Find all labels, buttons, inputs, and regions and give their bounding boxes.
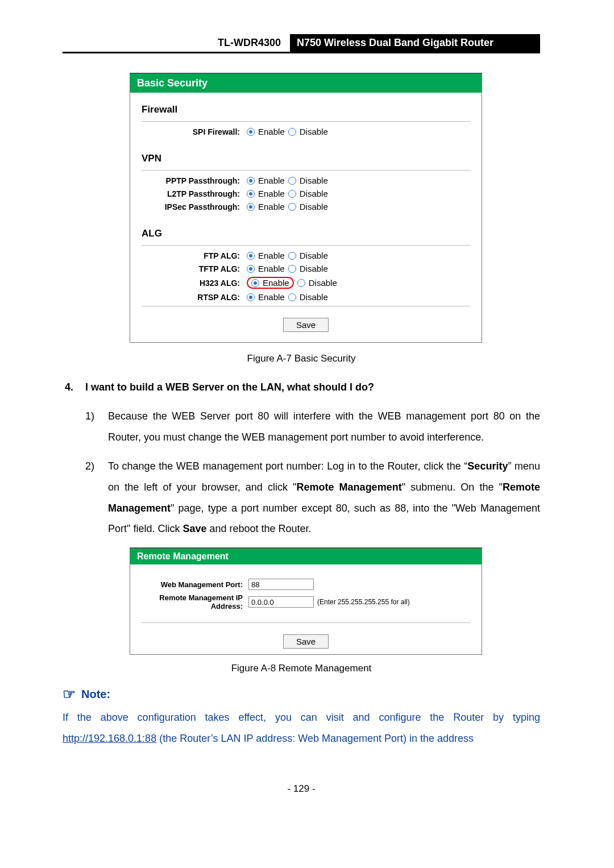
product-header: TL-WDR4300 N750 Wireless Dual Band Gigab…	[63, 34, 540, 53]
radio-icon	[247, 203, 255, 211]
step-number: 1)	[85, 406, 108, 448]
note-heading: ☞ Note:	[63, 687, 540, 701]
remote-ip-input[interactable]	[248, 596, 314, 608]
basic-security-panel: Basic Security Firewall SPI Firewall: En…	[130, 73, 482, 343]
radio-enable[interactable]: Enable	[247, 251, 285, 260]
l2tp-row: L2TP Passthrough: Enable Disable	[130, 187, 482, 200]
radio-icon	[288, 265, 296, 273]
radio-disable[interactable]: Disable	[288, 264, 328, 273]
radio-disable[interactable]: Disable	[288, 202, 328, 211]
ip-hint: (Enter 255.255.255.255 for all)	[317, 598, 410, 606]
radio-enable[interactable]: Enable	[251, 278, 289, 288]
h323-alg-row: H323 ALG: Enable Disable	[130, 275, 482, 290]
ip-address-row: Remote Management IP Address: (Enter 255…	[130, 592, 482, 612]
page-number: - 129 -	[63, 783, 540, 795]
radio-disable[interactable]: Disable	[288, 189, 328, 198]
row-label: Web Management Port:	[130, 580, 248, 589]
spi-firewall-row: SPI Firewall: Enable Disable	[130, 125, 482, 138]
radio-disable[interactable]: Disable	[288, 127, 328, 136]
radio-icon	[247, 128, 255, 136]
divider	[142, 121, 470, 122]
radio-disable[interactable]: Disable	[288, 176, 328, 185]
radio-enable[interactable]: Enable	[247, 292, 285, 302]
router-url-link[interactable]: http://192.168.0.1:88	[63, 733, 156, 744]
question-number: 4.	[63, 381, 85, 393]
alg-heading: ALG	[130, 223, 482, 243]
note-label: Note:	[81, 688, 110, 701]
radio-icon	[288, 293, 296, 301]
radio-icon	[288, 128, 296, 136]
divider	[142, 622, 470, 623]
web-port-row: Web Management Port:	[130, 577, 482, 592]
row-label: RTSP ALG:	[130, 293, 247, 302]
row-label: FTP ALG:	[130, 251, 247, 260]
web-management-port-input[interactable]	[248, 579, 314, 590]
panel-title: Basic Security	[130, 74, 482, 93]
step-list: 1) Because the WEB Server port 80 will i…	[63, 406, 540, 539]
question-heading: 4. I want to build a WEB Server on the L…	[63, 381, 540, 393]
ipsec-row: IPSec Passthrough: Enable Disable	[130, 200, 482, 213]
step-text: To change the WEB management port number…	[108, 456, 540, 540]
radio-enable[interactable]: Enable	[247, 202, 285, 211]
radio-icon	[247, 177, 255, 185]
product-name: N750 Wireless Dual Band Gigabit Router	[290, 34, 540, 52]
radio-icon	[288, 203, 296, 211]
pointing-hand-icon: ☞	[63, 687, 76, 701]
radio-enable[interactable]: Enable	[247, 127, 285, 136]
radio-disable[interactable]: Disable	[288, 292, 328, 302]
figure-caption-a8: Figure A-8 Remote Management	[63, 663, 540, 674]
radio-icon	[288, 252, 296, 260]
model-number: TL-WDR4300	[218, 34, 290, 52]
panel-title: Remote Management	[130, 549, 482, 564]
radio-icon	[247, 190, 255, 198]
step-2: 2) To change the WEB management port num…	[85, 456, 540, 540]
document-page: TL-WDR4300 N750 Wireless Dual Band Gigab…	[63, 34, 540, 795]
radio-disable[interactable]: Disable	[288, 251, 328, 260]
radio-icon	[251, 279, 259, 287]
question-text: I want to build a WEB Server on the LAN,…	[85, 381, 374, 393]
row-label: Remote Management IP Address:	[130, 593, 248, 610]
row-label: PPTP Passthrough:	[130, 176, 247, 185]
divider	[142, 245, 470, 246]
row-label: IPSec Passthrough:	[130, 202, 247, 211]
vpn-heading: VPN	[130, 148, 482, 168]
radio-icon	[297, 279, 305, 287]
tftp-alg-row: TFTP ALG: Enable Disable	[130, 262, 482, 275]
pptp-row: PPTP Passthrough: Enable Disable	[130, 174, 482, 187]
step-number: 2)	[85, 456, 108, 540]
radio-icon	[288, 177, 296, 185]
radio-icon	[247, 252, 255, 260]
note-body: If the above configuration takes effect,…	[63, 707, 540, 749]
radio-icon	[247, 293, 255, 301]
radio-enable[interactable]: Enable	[247, 176, 285, 185]
step-1: 1) Because the WEB Server port 80 will i…	[85, 406, 540, 448]
firewall-heading: Firewall	[130, 99, 482, 119]
row-label: SPI Firewall:	[130, 127, 247, 136]
radio-enable[interactable]: Enable	[247, 189, 285, 198]
remote-management-panel: Remote Management Web Management Port: R…	[130, 547, 482, 655]
row-label: L2TP Passthrough:	[130, 189, 247, 198]
divider	[142, 170, 470, 171]
panel-body: Firewall SPI Firewall: Enable Disable VP…	[130, 93, 482, 342]
radio-disable[interactable]: Disable	[297, 278, 337, 288]
save-button[interactable]: Save	[283, 318, 329, 332]
ftp-alg-row: FTP ALG: Enable Disable	[130, 249, 482, 262]
save-button[interactable]: Save	[283, 634, 329, 649]
highlight-ring: Enable	[247, 277, 294, 289]
radio-enable[interactable]: Enable	[247, 264, 285, 273]
divider	[142, 306, 470, 306]
step-text: Because the WEB Server port 80 will inte…	[108, 406, 540, 448]
row-label: H323 ALG:	[130, 279, 247, 288]
radio-icon	[288, 190, 296, 198]
figure-caption-a7: Figure A-7 Basic Security	[63, 353, 540, 364]
row-controls: Enable Disable	[247, 127, 328, 136]
row-label: TFTP ALG:	[130, 264, 247, 273]
radio-icon	[247, 265, 255, 273]
rtsp-alg-row: RTSP ALG: Enable Disable	[130, 290, 482, 304]
